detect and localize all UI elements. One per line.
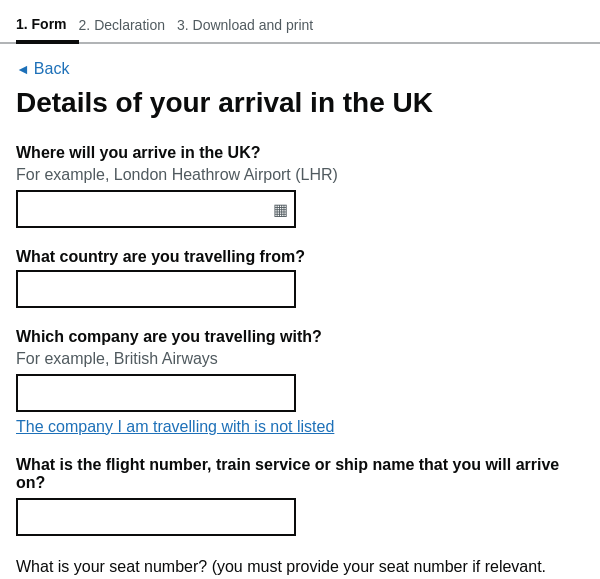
company-hint: For example, British Airways (16, 350, 584, 368)
company-label: Which company are you travelling with? (16, 328, 584, 346)
seat-group: What is your seat number? (you must prov… (16, 556, 584, 579)
flight-input[interactable] (16, 498, 296, 536)
arrival-group: Where will you arrive in the UK? For exa… (16, 144, 584, 228)
back-link[interactable]: ◄ Back (16, 60, 69, 78)
step-2[interactable]: 2. Declaration (79, 9, 177, 41)
back-link-container: ◄ Back (0, 44, 600, 86)
country-label: What country are you travelling from? (16, 248, 584, 266)
company-not-listed-link[interactable]: The company I am travelling with is not … (16, 418, 334, 436)
country-group: What country are you travelling from? (16, 248, 584, 308)
company-input[interactable] (16, 374, 296, 412)
back-chevron-icon: ◄ (16, 61, 30, 77)
step-3[interactable]: 3. Download and print (177, 9, 325, 41)
steps-nav: 1. Form 2. Declaration 3. Download and p… (0, 0, 600, 44)
page-title: Details of your arrival in the UK (16, 86, 584, 120)
flight-group: What is the flight number, train service… (16, 456, 584, 536)
step-1[interactable]: 1. Form (16, 8, 79, 44)
company-group: Which company are you travelling with? F… (16, 328, 584, 436)
arrival-input[interactable] (16, 190, 296, 228)
arrival-hint: For example, London Heathrow Airport (LH… (16, 166, 584, 184)
main-content: Details of your arrival in the UK Where … (0, 86, 600, 579)
flight-label: What is the flight number, train service… (16, 456, 584, 492)
arrival-input-wrapper: ▦ (16, 190, 296, 228)
seat-question: What is your seat number? (you must prov… (16, 556, 584, 579)
country-input[interactable] (16, 270, 296, 308)
arrival-label: Where will you arrive in the UK? (16, 144, 584, 162)
back-label: Back (34, 60, 70, 78)
